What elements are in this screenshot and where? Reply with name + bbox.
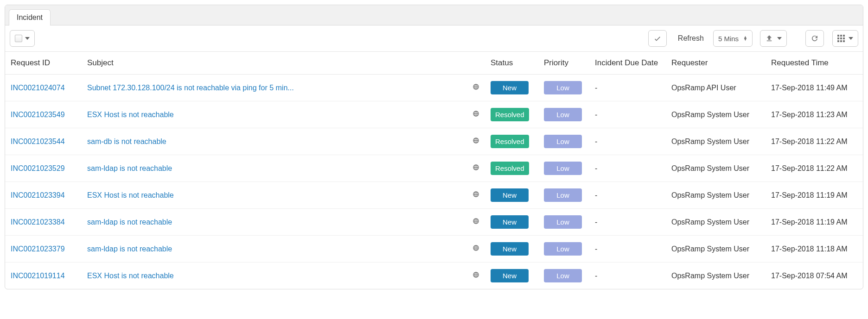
table-row: INC0021023529sam-ldap is not reachableRe… (5, 155, 863, 182)
requester-cell: OpsRamp System User (666, 263, 766, 289)
requested-time-cell: 17-Sep-2018 11:18 AM (766, 236, 863, 263)
col-priority[interactable]: Priority (538, 52, 589, 75)
request-id-link[interactable]: INC0021023394 (11, 191, 65, 199)
subject-link[interactable]: ESX Host is not reachable (87, 191, 174, 199)
scope-cell[interactable] (466, 155, 485, 182)
toolbar-right: Refresh 5 Mins ▲▼ (648, 30, 858, 47)
table-row: INC0021023394ESX Host is not reachableNe… (5, 182, 863, 209)
status-badge[interactable]: New (491, 81, 529, 94)
subject-link[interactable]: ESX Host is not reachable (87, 272, 174, 280)
tab-incident[interactable]: Incident (9, 9, 51, 25)
due-date-cell: - (589, 128, 666, 155)
tab-bar: Incident (5, 5, 863, 25)
requested-time-cell: 17-Sep-2018 11:23 AM (766, 101, 863, 128)
requested-time-cell: 17-Sep-2018 11:19 AM (766, 182, 863, 209)
table-row: INC0021019114ESX Host is not reachableNe… (5, 263, 863, 289)
incident-table: Request ID Subject Status Priority Incid… (5, 51, 863, 289)
requester-cell: OpsRamp System User (666, 155, 766, 182)
table-row: INC0021023379sam-ldap is not reachableNe… (5, 236, 863, 263)
requester-cell: OpsRamp System User (666, 128, 766, 155)
export-dropdown[interactable] (760, 30, 787, 47)
table-row: INC0021023384sam-ldap is not reachableNe… (5, 209, 863, 236)
status-badge[interactable]: New (491, 242, 529, 256)
due-date-cell: - (589, 75, 666, 101)
refresh-button[interactable] (805, 30, 824, 47)
request-id-link[interactable]: INC0021023549 (11, 111, 65, 119)
subject-link[interactable]: sam-ldap is not reachable (87, 218, 172, 226)
subject-link[interactable]: sam-ldap is not reachable (87, 245, 172, 253)
globe-icon (472, 110, 479, 117)
checkbox-icon (15, 35, 22, 42)
scope-cell[interactable] (466, 75, 485, 101)
request-id-link[interactable]: INC0021019114 (11, 272, 65, 280)
toolbar: Refresh 5 Mins ▲▼ (5, 25, 863, 51)
priority-badge[interactable]: Low (544, 215, 582, 229)
globe-icon (472, 83, 479, 90)
col-due-date[interactable]: Incident Due Date (589, 52, 666, 75)
globe-icon (472, 191, 479, 198)
col-requested-time[interactable]: Requested Time (766, 52, 863, 75)
requested-time-cell: 17-Sep-2018 07:54 AM (766, 263, 863, 289)
priority-badge[interactable]: Low (544, 81, 582, 94)
refresh-icon (811, 34, 819, 43)
subject-link[interactable]: ESX Host is not reachable (87, 111, 174, 119)
col-subject[interactable]: Subject (82, 52, 466, 75)
select-all-dropdown[interactable] (10, 30, 35, 47)
incident-panel: Incident Refresh 5 Mins ▲▼ (5, 5, 863, 289)
request-id-link[interactable]: INC0021023544 (11, 138, 65, 145)
col-scope (466, 52, 485, 75)
col-request-id[interactable]: Request ID (5, 52, 82, 75)
approve-button[interactable] (648, 30, 667, 47)
subject-link[interactable]: sam-db is not reachable (87, 138, 166, 145)
priority-badge[interactable]: Low (544, 135, 582, 148)
scope-cell[interactable] (466, 263, 485, 289)
tab-label: Incident (17, 13, 43, 21)
caret-down-icon (25, 37, 30, 40)
subject-link[interactable]: Subnet 172.30.128.100/24 is not reachabl… (87, 84, 294, 92)
priority-badge[interactable]: Low (544, 188, 582, 202)
col-requester[interactable]: Requester (666, 52, 766, 75)
status-badge[interactable]: New (491, 215, 529, 229)
scope-cell[interactable] (466, 128, 485, 155)
refresh-interval-value: 5 Mins (718, 35, 739, 43)
priority-badge[interactable]: Low (544, 162, 582, 175)
due-date-cell: - (589, 155, 666, 182)
refresh-interval-select[interactable]: 5 Mins ▲▼ (713, 30, 753, 47)
view-options-dropdown[interactable] (832, 30, 858, 47)
request-id-link[interactable]: INC0021024074 (11, 84, 65, 92)
globe-icon (472, 271, 479, 278)
due-date-cell: - (589, 236, 666, 263)
subject-link[interactable]: sam-ldap is not reachable (87, 164, 172, 172)
request-id-link[interactable]: INC0021023384 (11, 218, 65, 226)
status-badge[interactable]: New (491, 188, 529, 202)
due-date-cell: - (589, 263, 666, 289)
priority-badge[interactable]: Low (544, 108, 582, 121)
request-id-link[interactable]: INC0021023379 (11, 245, 65, 253)
priority-badge[interactable]: Low (544, 242, 582, 256)
globe-icon (472, 244, 479, 251)
priority-badge[interactable]: Low (544, 269, 582, 282)
table-row: INC0021023549ESX Host is not reachableRe… (5, 101, 863, 128)
scope-cell[interactable] (466, 209, 485, 236)
request-id-link[interactable]: INC0021023529 (11, 164, 65, 172)
table-row: INC0021023544sam-db is not reachableReso… (5, 128, 863, 155)
status-badge[interactable]: Resolved (491, 135, 529, 148)
grid-icon (837, 35, 845, 42)
requested-time-cell: 17-Sep-2018 11:49 AM (766, 75, 863, 101)
col-status[interactable]: Status (485, 52, 538, 75)
scope-cell[interactable] (466, 236, 485, 263)
requested-time-cell: 17-Sep-2018 11:22 AM (766, 128, 863, 155)
globe-icon (472, 218, 479, 225)
globe-icon (472, 137, 479, 144)
refresh-label: Refresh (678, 34, 704, 43)
status-badge[interactable]: New (491, 269, 529, 282)
due-date-cell: - (589, 101, 666, 128)
status-badge[interactable]: Resolved (491, 162, 529, 175)
scope-cell[interactable] (466, 182, 485, 209)
due-date-cell: - (589, 182, 666, 209)
upload-icon (765, 34, 773, 43)
caret-down-icon (777, 37, 782, 40)
status-badge[interactable]: Resolved (491, 108, 529, 121)
requester-cell: OpsRamp System User (666, 182, 766, 209)
scope-cell[interactable] (466, 101, 485, 128)
